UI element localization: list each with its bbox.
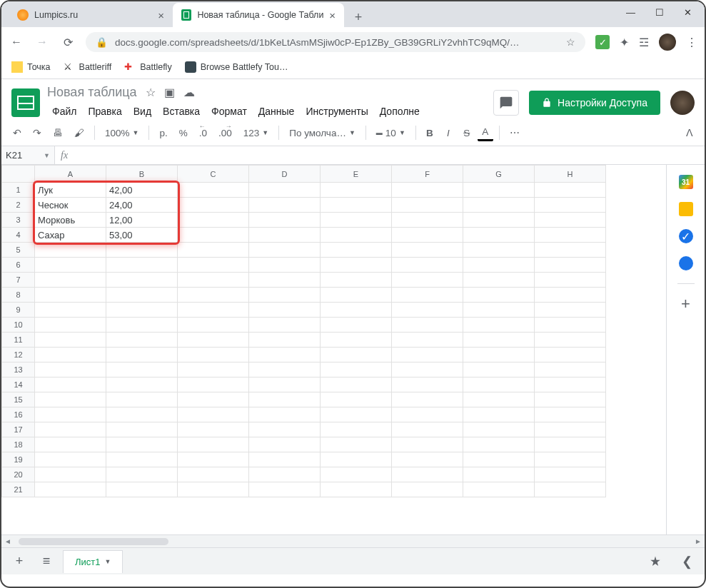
menu-addons[interactable]: Дополне (375, 103, 425, 120)
cell[interactable] (392, 318, 463, 333)
cell[interactable] (463, 318, 535, 333)
side-panel-toggle[interactable]: ❮ (676, 551, 697, 572)
cell[interactable] (106, 258, 178, 273)
cell[interactable] (35, 437, 106, 452)
star-icon[interactable]: ☆ (566, 36, 575, 48)
back-button[interactable]: ← (9, 36, 24, 49)
cell[interactable] (392, 273, 463, 288)
cell[interactable] (392, 228, 463, 243)
cell[interactable] (35, 348, 106, 363)
row-header-5[interactable]: 5 (2, 243, 35, 258)
cell[interactable] (392, 392, 463, 407)
star-icon[interactable]: ☆ (146, 86, 156, 99)
row-header-18[interactable]: 18 (2, 437, 35, 452)
cell[interactable] (463, 482, 535, 497)
cell[interactable] (392, 363, 463, 377)
contacts-icon[interactable] (679, 256, 693, 270)
cell[interactable]: Морковь (35, 213, 106, 228)
cell[interactable] (249, 213, 321, 228)
cell[interactable] (321, 467, 392, 482)
cloud-icon[interactable]: ☁ (183, 86, 195, 99)
row-header-14[interactable]: 14 (2, 377, 35, 392)
cell[interactable] (535, 377, 606, 392)
cell[interactable] (321, 213, 392, 228)
cell[interactable] (106, 482, 178, 497)
cell[interactable]: 42,00 (106, 183, 178, 198)
more-formats-button[interactable]: 123▼ (239, 125, 273, 141)
cell[interactable] (392, 452, 463, 467)
close-icon[interactable]: × (329, 9, 336, 21)
text-color-button[interactable]: A (478, 125, 493, 141)
percent-button[interactable]: % (175, 125, 192, 141)
forward-button[interactable]: → (34, 36, 50, 49)
cell[interactable] (106, 318, 178, 333)
cell[interactable] (249, 437, 321, 452)
cell[interactable] (535, 333, 606, 348)
paint-format-button[interactable]: 🖌 (70, 125, 89, 141)
cell[interactable] (35, 482, 106, 497)
cell[interactable] (249, 243, 321, 258)
cell[interactable] (392, 422, 463, 437)
cell[interactable] (535, 243, 606, 258)
cell[interactable] (178, 333, 249, 348)
cell[interactable] (392, 198, 463, 213)
cell[interactable] (106, 348, 178, 363)
scroll-thumb[interactable] (19, 538, 168, 545)
menu-file[interactable]: Файл (47, 103, 81, 120)
cell[interactable] (321, 273, 392, 288)
cell[interactable] (249, 452, 321, 467)
cell[interactable] (321, 228, 392, 243)
cell[interactable] (106, 422, 178, 437)
cell[interactable] (321, 377, 392, 392)
tab-lumpics[interactable]: Lumpics.ru × (9, 3, 173, 27)
spreadsheet[interactable]: A B C D E F G H 1Лук42,002Чеснок24,003Мо… (1, 165, 606, 497)
cell[interactable] (535, 422, 606, 437)
cell[interactable] (178, 243, 249, 258)
cell[interactable] (249, 198, 321, 213)
cell[interactable] (178, 452, 249, 467)
cell[interactable] (463, 288, 535, 303)
cell[interactable] (535, 303, 606, 318)
row-header-13[interactable]: 13 (2, 363, 35, 377)
cell[interactable] (321, 258, 392, 273)
bookmark-battlefy[interactable]: Browse Battlefy Tou… (185, 61, 288, 73)
cell[interactable] (178, 482, 249, 497)
cell[interactable] (535, 467, 606, 482)
cell[interactable] (35, 407, 106, 422)
cell[interactable]: Чеснок (35, 198, 106, 213)
cell[interactable] (178, 318, 249, 333)
cell[interactable] (35, 258, 106, 273)
bold-button[interactable]: B (422, 125, 438, 141)
cell[interactable] (463, 303, 535, 318)
cell[interactable]: Сахар (35, 228, 106, 243)
cell[interactable] (249, 407, 321, 422)
reload-button[interactable]: ⟳ (60, 36, 76, 49)
row-header-16[interactable]: 16 (2, 407, 35, 422)
doc-title[interactable]: Новая таблица ☆ ▣ ☁ (47, 85, 486, 100)
cell[interactable] (535, 213, 606, 228)
cell[interactable] (249, 392, 321, 407)
cell[interactable]: Лук (35, 183, 106, 198)
cell[interactable] (321, 363, 392, 377)
address-bar[interactable]: 🔒 docs.google.com/spreadsheets/d/1bKeLtA… (86, 32, 585, 52)
cell[interactable] (535, 437, 606, 452)
cell[interactable] (535, 407, 606, 422)
cell[interactable] (463, 348, 535, 363)
row-header-12[interactable]: 12 (2, 348, 35, 363)
cell[interactable] (321, 183, 392, 198)
cell[interactable] (249, 303, 321, 318)
more-button[interactable]: ⋯ (505, 124, 524, 141)
currency-button[interactable]: р. (155, 125, 171, 141)
menu-tools[interactable]: Инструменты (301, 103, 373, 120)
cell[interactable] (392, 183, 463, 198)
cell[interactable] (463, 392, 535, 407)
comments-button[interactable] (493, 90, 519, 116)
cell[interactable] (178, 467, 249, 482)
row-header-17[interactable]: 17 (2, 422, 35, 437)
italic-button[interactable]: I (440, 125, 456, 141)
cell[interactable] (321, 303, 392, 318)
decrease-decimal-button[interactable]: .0← (195, 125, 211, 141)
cell[interactable] (392, 243, 463, 258)
cell[interactable] (35, 363, 106, 377)
list-icon[interactable]: ☲ (639, 36, 649, 49)
